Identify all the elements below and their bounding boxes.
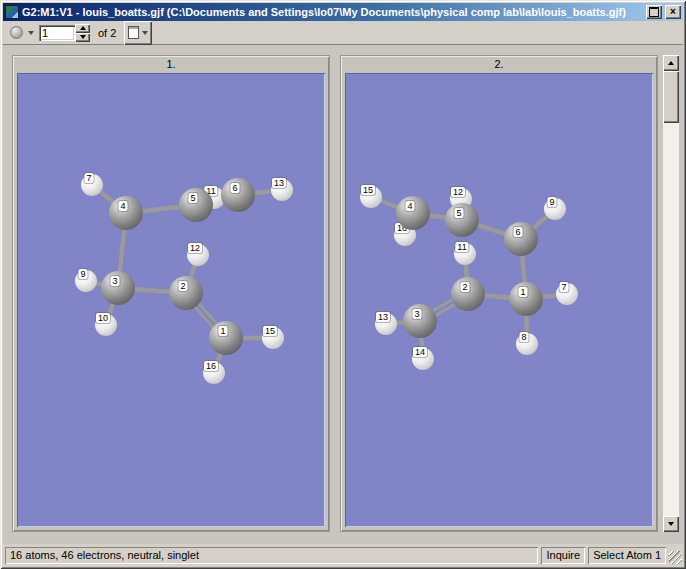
panel-1-title: 1. (13, 56, 329, 72)
close-icon: × (670, 7, 676, 17)
mode-status: Inquire (541, 547, 585, 564)
status-bar: 16 atoms, 46 electrons, neutral, singlet… (3, 544, 683, 566)
close-button[interactable]: × (665, 5, 681, 19)
title-bar[interactable]: G2:M1:V1 - louis_boatts.gjf (C:\Document… (3, 3, 683, 21)
atom-label-7: 7 (559, 282, 568, 292)
atom-label-16: 16 (204, 361, 218, 371)
view-options-dropdown-icon (142, 31, 148, 35)
atom-label-6: 6 (513, 227, 522, 237)
frame-spin-buttons (75, 24, 90, 42)
scroll-up-icon (668, 61, 674, 65)
atom-label-3: 3 (110, 276, 119, 286)
atom-label-12: 12 (451, 187, 465, 197)
view-options-icon (128, 26, 139, 39)
spin-down-button[interactable] (75, 33, 90, 42)
view-options-button[interactable] (124, 21, 152, 45)
scrollbar-thumb[interactable] (663, 71, 679, 123)
vertical-scrollbar[interactable] (663, 55, 679, 532)
frame-spinner (39, 24, 90, 42)
resize-grip[interactable] (669, 551, 682, 564)
atom-label-9: 9 (547, 197, 556, 207)
atom-label-11: 11 (455, 242, 468, 252)
atom-label-3: 3 (412, 309, 421, 319)
atom-label-15: 15 (361, 185, 375, 195)
panel-2-title: 2. (341, 56, 657, 72)
atom-label-2: 2 (178, 281, 187, 291)
mdi-client-area: 1. 71145613129321011516 2. 1615412596112… (3, 45, 683, 544)
atom-label-1: 1 (518, 287, 527, 297)
atom-label-12: 12 (188, 243, 202, 253)
molecule-panel-2: 2. 161541259611217133814 (340, 55, 658, 532)
frame-toolbar: of 2 (3, 21, 683, 45)
atom-label-9: 9 (78, 269, 87, 279)
atom-label-10: 10 (96, 313, 110, 323)
molecule-panel-1: 1. 71145613129321011516 (12, 55, 330, 532)
selection-status: Select Atom 1 (588, 547, 666, 564)
atom-label-13: 13 (376, 312, 390, 322)
atom-label-13: 13 (272, 178, 286, 188)
molecule-info-status: 16 atoms, 46 electrons, neutral, singlet (5, 547, 538, 564)
scroll-down-icon (668, 522, 674, 526)
frame-nav-icon[interactable] (10, 26, 23, 39)
molecule-viewport-2[interactable]: 161541259611217133814 (345, 73, 653, 527)
scroll-up-button[interactable] (663, 55, 679, 71)
window-title: G2:M1:V1 - louis_boatts.gjf (C:\Document… (22, 6, 643, 18)
atom-label-4: 4 (405, 201, 414, 211)
atom-label-7: 7 (84, 173, 93, 183)
atom-label-2: 2 (460, 282, 469, 292)
atom-label-6: 6 (230, 183, 239, 193)
frame-count-label: of 2 (95, 27, 119, 39)
molecule-viewport-1[interactable]: 71145613129321011516 (17, 73, 325, 527)
gaussview-window: G2:M1:V1 - louis_boatts.gjf (C:\Document… (0, 0, 686, 569)
maximize-button[interactable] (646, 5, 662, 19)
spin-up-button[interactable] (75, 24, 90, 33)
atom-label-5: 5 (188, 193, 197, 203)
atom-label-5: 5 (454, 208, 463, 218)
bond-layer-2 (345, 73, 653, 527)
scroll-down-button[interactable] (663, 516, 679, 532)
frame-number-input[interactable] (39, 25, 75, 41)
spin-down-icon (80, 35, 86, 39)
atom-label-1: 1 (218, 326, 227, 336)
atom-label-4: 4 (118, 201, 127, 211)
app-icon (5, 5, 19, 19)
atom-label-14: 14 (413, 347, 427, 357)
atom-label-15: 15 (263, 326, 277, 336)
atom-label-8: 8 (519, 332, 528, 342)
maximize-icon (649, 7, 659, 17)
spin-up-icon (80, 26, 86, 30)
frame-nav-dropdown-icon[interactable] (28, 31, 34, 35)
